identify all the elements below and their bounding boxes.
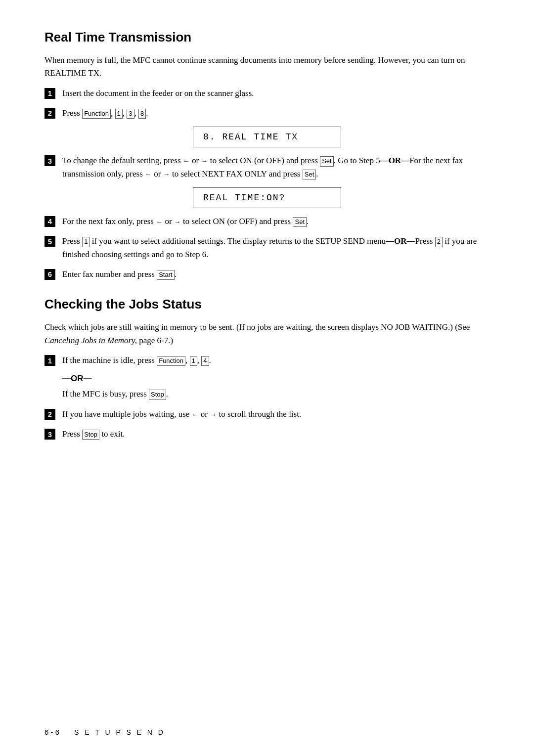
section1-intro: When memory is full, the MFC cannot cont… — [44, 54, 490, 80]
lcd-display-1: 8. REAL TIME TX — [193, 127, 341, 147]
step-6-num: 6 — [44, 269, 55, 280]
step-6-content: Enter fax number and press Start. — [62, 268, 490, 281]
key-8: 8 — [138, 109, 146, 119]
key-set3: Set — [293, 217, 307, 227]
arrow-right-icon4: → — [210, 409, 217, 420]
step-3: 3 To change the default setting, press ←… — [44, 154, 490, 180]
arrow-right-icon3: → — [174, 217, 181, 227]
section2-step-3: 3 Press Stop to exit. — [44, 428, 490, 441]
step-4: 4 For the next fax only, press ← or → to… — [44, 215, 490, 228]
section2-step-3-content: Press Stop to exit. — [62, 428, 490, 441]
key-1: 1 — [115, 109, 123, 119]
step-1: 1 Insert the document in the feeder or o… — [44, 87, 490, 100]
section2-intro: Check which jobs are still waiting in me… — [44, 321, 490, 347]
key-stop: Stop — [149, 390, 166, 400]
key-3: 3 — [127, 109, 134, 119]
footer-section-label: S E T U P S E N D — [74, 728, 165, 736]
key-1b: 1 — [82, 237, 89, 247]
step-3-content: To change the default setting, press ← o… — [62, 154, 490, 180]
section2-step-3-num: 3 — [44, 429, 55, 440]
section2-title: Checking the Jobs Status — [44, 297, 490, 312]
or-label: —OR— — [62, 374, 490, 384]
key-4: 4 — [201, 356, 209, 366]
key-1c: 1 — [190, 356, 197, 366]
key-start: Start — [157, 270, 174, 280]
arrow-right-icon: → — [201, 156, 208, 167]
section2-step-2: 2 If you have multiple jobs waiting, use… — [44, 408, 490, 421]
step-4-num: 4 — [44, 216, 55, 227]
section2-steps: 1 If the machine is idle, press Function… — [44, 354, 490, 367]
section2-step-1-content: If the machine is idle, press Function, … — [62, 354, 490, 367]
section1-steps-continued: 3 To change the default setting, press ←… — [44, 154, 490, 180]
page-footer: 6 - 6 S E T U P S E N D — [44, 728, 490, 736]
lcd-display-2: REAL TIME:ON? — [193, 187, 341, 208]
step-5-content: Press 1 if you want to select additional… — [62, 235, 490, 261]
step-6: 6 Enter fax number and press Start. — [44, 268, 490, 281]
step-2-content: Press Function, 1, 3, 8. — [62, 107, 490, 120]
section2-steps-continued: 2 If you have multiple jobs waiting, use… — [44, 408, 490, 441]
section2: Checking the Jobs Status Check which job… — [44, 297, 490, 441]
section1-steps: 1 Insert the document in the feeder or o… — [44, 87, 490, 120]
key-function2: Function — [157, 356, 185, 366]
step-5-num: 5 — [44, 236, 55, 247]
step-2: 2 Press Function, 1, 3, 8. — [44, 107, 490, 120]
step-1-num: 1 — [44, 88, 55, 99]
page-content: Real Time Transmission When memory is fu… — [0, 0, 534, 488]
step-1-content: Insert the document in the feeder or on … — [62, 87, 490, 100]
key-function: Function — [82, 109, 111, 119]
step-2-num: 2 — [44, 108, 55, 119]
arrow-left-icon3: ← — [156, 217, 163, 227]
arrow-left-icon4: ← — [192, 409, 199, 420]
step-4-content: For the next fax only, press ← or → to s… — [62, 215, 490, 228]
key-set: Set — [320, 156, 334, 166]
arrow-left-icon2: ← — [145, 169, 152, 180]
footer-page-number: 6 - 6 — [44, 728, 59, 736]
step-5: 5 Press 1 if you want to select addition… — [44, 235, 490, 261]
arrow-right-icon2: → — [163, 169, 170, 180]
section1-title: Real Time Transmission — [44, 30, 490, 45]
section2-step-1-num: 1 — [44, 355, 55, 366]
section2-step-2-content: If you have multiple jobs waiting, use ←… — [62, 408, 490, 421]
key-2: 2 — [435, 237, 443, 247]
or-text: If the MFC is busy, press Stop. — [62, 388, 490, 400]
section2-step-1: 1 If the machine is idle, press Function… — [44, 354, 490, 367]
key-stop2: Stop — [82, 430, 99, 440]
arrow-left-icon: ← — [183, 156, 190, 167]
section1-steps-continued2: 4 For the next fax only, press ← or → to… — [44, 215, 490, 281]
step-3-num: 3 — [44, 155, 55, 166]
section2-step-2-num: 2 — [44, 409, 55, 420]
key-set2: Set — [303, 170, 316, 179]
